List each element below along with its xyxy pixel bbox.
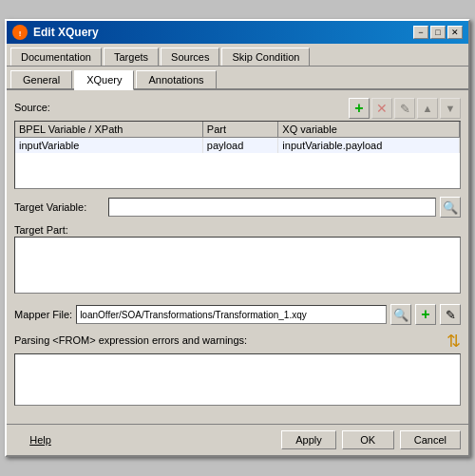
- parse-icons: ⇅: [446, 331, 461, 352]
- pencil-icon: ✎: [400, 102, 410, 116]
- tab-sources[interactable]: Sources: [161, 48, 219, 66]
- cell-bpel-variable: inputVariable: [15, 138, 202, 154]
- bottom-right-buttons: Apply OK Cancel: [281, 430, 461, 449]
- target-part-label: Target Part:: [14, 224, 68, 236]
- add-icon: +: [354, 100, 363, 117]
- source-table: BPEL Variable / XPath Part XQ variable i…: [15, 122, 460, 153]
- add-source-button[interactable]: +: [349, 98, 370, 119]
- minimize-button[interactable]: −: [413, 26, 428, 39]
- title-buttons: − □ ✕: [413, 26, 463, 39]
- down-arrow-icon: ▼: [446, 103, 456, 114]
- second-tab-bar: General XQuery Annotations: [7, 67, 468, 90]
- mapper-file-row: Mapper File: 🔍 + ✎: [14, 304, 461, 325]
- delete-icon: ✕: [376, 101, 388, 116]
- main-content: Source: + ✕ ✎ ▲ ▼: [7, 90, 468, 424]
- col-bpel-variable: BPEL Variable / XPath: [15, 122, 202, 138]
- tab-annotations[interactable]: Annotations: [136, 70, 216, 88]
- target-part-textarea[interactable]: [14, 237, 461, 294]
- parse-section: Parsing <FROM> expression errors and war…: [14, 331, 461, 409]
- parse-header: Parsing <FROM> expression errors and war…: [14, 331, 461, 352]
- target-variable-input[interactable]: [108, 198, 436, 217]
- maximize-button[interactable]: □: [430, 26, 446, 39]
- window-icon: !: [12, 25, 28, 40]
- title-bar: ! Edit XQuery − □ ✕: [7, 21, 468, 44]
- svg-text:!: !: [19, 29, 22, 38]
- mapper-add-icon: +: [421, 306, 429, 323]
- tab-xquery[interactable]: XQuery: [74, 70, 134, 90]
- table-row[interactable]: inputVariable payload inputVariable.payl…: [15, 138, 460, 154]
- mapper-edit-button[interactable]: ✎: [440, 304, 461, 325]
- target-variable-row: Target Variable: 🔍: [14, 197, 461, 218]
- yellow-arrows-icon: ⇅: [446, 331, 461, 352]
- tab-targets[interactable]: Targets: [104, 48, 159, 66]
- tab-skip-condition[interactable]: Skip Condition: [221, 48, 310, 66]
- source-label: Source:: [14, 102, 50, 113]
- source-toolbar: Source: + ✕ ✎ ▲ ▼: [14, 98, 461, 119]
- search-icon: 🔍: [443, 200, 458, 215]
- cell-part: payload: [202, 138, 278, 154]
- up-arrow-icon: ▲: [423, 103, 433, 114]
- source-table-container: BPEL Variable / XPath Part XQ variable i…: [14, 121, 461, 189]
- title-bar-left: ! Edit XQuery: [12, 25, 99, 40]
- tab-general[interactable]: General: [10, 70, 72, 88]
- move-up-button[interactable]: ▲: [417, 98, 438, 119]
- mapper-add-button[interactable]: +: [415, 304, 436, 325]
- mapper-search-icon: 🔍: [393, 308, 408, 322]
- delete-source-button[interactable]: ✕: [371, 98, 392, 119]
- ok-button[interactable]: OK: [342, 430, 394, 449]
- mapper-file-input[interactable]: [76, 305, 387, 324]
- parse-label: Parsing <FROM> expression errors and war…: [14, 334, 247, 346]
- edit-source-button[interactable]: ✎: [394, 98, 415, 119]
- table-header-row: BPEL Variable / XPath Part XQ variable: [15, 122, 460, 138]
- close-button[interactable]: ✕: [447, 26, 463, 39]
- bottom-bar: Help Apply OK Cancel: [7, 424, 468, 455]
- target-variable-search-button[interactable]: 🔍: [440, 197, 461, 218]
- mapper-search-button[interactable]: 🔍: [390, 304, 411, 325]
- target-part-section: Target Part:: [14, 223, 461, 304]
- tab-documentation[interactable]: Documentation: [10, 48, 102, 66]
- top-tab-bar: Documentation Targets Sources Skip Condi…: [7, 44, 468, 67]
- col-part: Part: [202, 122, 278, 138]
- mapper-file-label: Mapper File:: [14, 309, 72, 320]
- cancel-button[interactable]: Cancel: [400, 430, 461, 449]
- edit-xquery-window: ! Edit XQuery − □ ✕ Documentation Target…: [5, 19, 470, 457]
- target-variable-label: Target Variable:: [14, 201, 104, 213]
- parse-textarea[interactable]: [14, 353, 461, 406]
- apply-button[interactable]: Apply: [281, 430, 336, 449]
- window-title: Edit XQuery: [33, 26, 99, 39]
- help-button[interactable]: Help: [14, 430, 66, 449]
- cell-xq-variable: inputVariable.payload: [278, 138, 460, 154]
- source-toolbar-icons: + ✕ ✎ ▲ ▼: [349, 98, 461, 119]
- mapper-pencil-icon: ✎: [446, 308, 456, 322]
- col-xq-variable: XQ variable: [278, 122, 460, 138]
- move-down-button[interactable]: ▼: [440, 98, 461, 119]
